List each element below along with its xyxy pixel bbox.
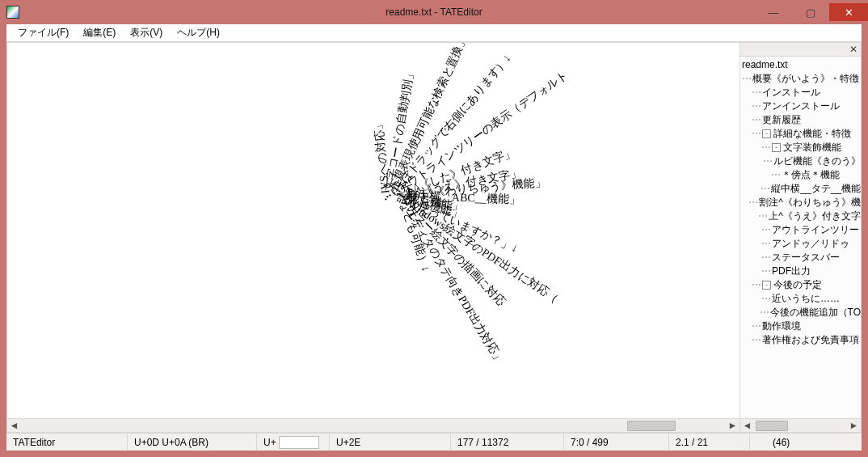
- tree-item[interactable]: ⋯動作環境: [742, 319, 861, 333]
- tree-item-label: PDF出力: [772, 264, 811, 278]
- tree-item[interactable]: ⋯アンインストール: [742, 99, 861, 113]
- tree-item[interactable]: ⋯更新履歴: [742, 113, 861, 127]
- outline-pane: ✕ readme.txt⋯概要《がいよう》・特徴《とく⋯インストール⋯アンインス…: [740, 42, 862, 433]
- statusbar: TATEditor U+0D U+0A (BR) U+ U+2E 177 / 1…: [6, 433, 862, 451]
- tree-item-label: 近いうちに……: [772, 292, 840, 306]
- tree-guide-line: ⋯: [761, 292, 770, 306]
- menu-edit[interactable]: 編集(E): [77, 24, 122, 41]
- tree-guide-line: ⋯: [761, 182, 769, 196]
- tree-item-label: 更新履歴: [762, 113, 801, 127]
- tree-item-label: ステータスバー: [772, 251, 840, 264]
- status-scale: 2.1 / 21: [669, 434, 750, 451]
- tree-collapse-icon[interactable]: -: [762, 129, 771, 138]
- status-right: (46): [750, 434, 862, 451]
- menu-view[interactable]: 表示(V): [124, 24, 169, 41]
- close-button[interactable]: ✕: [829, 3, 868, 21]
- tree-guide-line: ⋯: [752, 127, 761, 141]
- tree-item-label: 概要《がいよう》・特徴《とく: [752, 72, 861, 86]
- scroll-track[interactable]: [21, 420, 726, 432]
- editor-horizontal-scrollbar[interactable]: ◄ ►: [6, 419, 740, 433]
- tree-item[interactable]: readme.txt: [742, 58, 861, 72]
- tree-item-label: 著作権および免責事項: [762, 333, 859, 347]
- outline-close-icon[interactable]: ✕: [849, 44, 857, 55]
- work-area: ・IVSへの対応」・文字コードの自動判別」・正規表現使用可能な検索と置換」（ほぼ…: [6, 42, 862, 451]
- tree-item-label: readme.txt: [742, 58, 788, 72]
- tree-guide-line: ⋯: [752, 333, 761, 347]
- tree-item-label: 今後の予定: [773, 278, 822, 292]
- tree-item-label: ルビ機能《きのう》: [773, 154, 861, 168]
- tree-item[interactable]: ⋯概要《がいよう》・特徴《とく: [742, 72, 861, 86]
- status-char-code: U+2E: [330, 434, 451, 451]
- status-position: 177 / 11372: [451, 434, 564, 451]
- tree-guide-line: ⋯: [761, 223, 770, 237]
- minimize-button[interactable]: —: [755, 3, 792, 21]
- tree-item[interactable]: ⋯-今後の予定: [742, 278, 861, 292]
- tree-guide-line: ⋯: [752, 99, 761, 113]
- status-line: 7:0 / 499: [564, 434, 669, 451]
- tree-item[interactable]: ⋯＊傍点＊機能: [742, 168, 861, 182]
- window-controls: — ▢ ✕: [755, 3, 868, 21]
- titlebar: readme.txt - TATEditor — ▢ ✕: [0, 0, 868, 24]
- scroll-thumb[interactable]: [627, 421, 676, 431]
- tree-item-label: 上^《うえ》付き文字: [769, 209, 861, 223]
- tree-item[interactable]: ⋯著作権および免責事項: [742, 333, 861, 347]
- scroll-right-button[interactable]: ►: [726, 420, 739, 432]
- tree-item[interactable]: ⋯縦中横__タテ__機能: [742, 182, 861, 196]
- tree-guide-line: ⋯: [763, 154, 772, 168]
- tree-guide-line: ⋯: [760, 306, 769, 319]
- outline-tree[interactable]: readme.txt⋯概要《がいよう》・特徴《とく⋯インストール⋯アンインストー…: [740, 57, 861, 418]
- scroll-left-button[interactable]: ◄: [7, 420, 21, 432]
- tree-item-label: 動作環境: [762, 319, 801, 333]
- window-title: readme.txt - TATEditor: [0, 6, 868, 18]
- tree-item-label: 縦中横__タテ__機能: [771, 182, 861, 196]
- inner-window: ファイル(F) 編集(E) 表示(V) ヘルプ(H) ・IVSへの対応」・文字コ…: [6, 24, 862, 451]
- tree-guide-line: ⋯: [748, 196, 757, 209]
- tree-item-label: 文字装飾機能: [783, 141, 841, 154]
- tree-item[interactable]: ⋯アウトラインツリー: [742, 223, 861, 237]
- tree-item[interactable]: ⋯今後の機能追加（TO: [742, 306, 861, 319]
- maximize-button[interactable]: ▢: [792, 3, 829, 21]
- tree-item[interactable]: ⋯インストール: [742, 86, 861, 99]
- scroll-track[interactable]: [754, 420, 847, 432]
- status-code-input[interactable]: [279, 436, 319, 449]
- tree-guide-line: ⋯: [761, 237, 770, 251]
- tree-item[interactable]: ⋯アンドゥ／リドゥ: [742, 237, 861, 251]
- tree-item[interactable]: ⋯割注^《わりちゅう》機: [742, 196, 861, 209]
- tree-item[interactable]: ⋯PDF出力: [742, 264, 861, 278]
- split: ・IVSへの対応」・文字コードの自動判別」・正規表現使用可能な検索と置換」（ほぼ…: [6, 42, 862, 433]
- tree-guide-line: ⋯: [761, 251, 770, 264]
- tree-guide-line: ⋯: [742, 72, 751, 86]
- tree-guide-line: ⋯: [752, 113, 761, 127]
- scroll-thumb[interactable]: [756, 421, 788, 431]
- menubar: ファイル(F) 編集(E) 表示(V) ヘルプ(H): [6, 24, 862, 42]
- tree-item[interactable]: ⋯近いうちに……: [742, 292, 861, 306]
- tree-item[interactable]: ⋯ステータスバー: [742, 251, 861, 264]
- status-code-input-cell: U+: [257, 434, 330, 451]
- scroll-right-button[interactable]: ►: [847, 420, 861, 432]
- tree-item[interactable]: ⋯-詳細な機能・特徴: [742, 127, 861, 141]
- tree-collapse-icon[interactable]: -: [772, 143, 781, 152]
- tree-item[interactable]: ⋯上^《うえ》付き文字: [742, 209, 861, 223]
- status-code-prefix: U+: [263, 437, 276, 448]
- editor-canvas[interactable]: ・IVSへの対応」・文字コードの自動判別」・正規表現使用可能な検索と置換」（ほぼ…: [6, 42, 740, 419]
- tree-item[interactable]: ⋯ルビ機能《きのう》: [742, 154, 861, 168]
- editor-pane: ・IVSへの対応」・文字コードの自動判別」・正規表現使用可能な検索と置換」（ほぼ…: [6, 42, 740, 433]
- tree-guide-line: ⋯: [752, 86, 761, 99]
- tree-item-label: ＊傍点＊機能: [782, 168, 840, 182]
- tree-item-label: 今後の機能追加（TO: [770, 306, 861, 319]
- outline-horizontal-scrollbar[interactable]: ◄ ►: [740, 418, 861, 432]
- scroll-left-button[interactable]: ◄: [740, 420, 754, 432]
- menu-file[interactable]: ファイル(F): [11, 24, 75, 41]
- tree-guide-line: ⋯: [761, 141, 770, 154]
- tree-item-label: アンインストール: [762, 99, 840, 113]
- menu-help[interactable]: ヘルプ(H): [171, 24, 226, 41]
- app-icon: [6, 6, 19, 19]
- tree-guide-line: ⋯: [752, 319, 761, 333]
- tree-item-label: アウトラインツリー: [772, 223, 859, 237]
- tree-guide-line: ⋯: [752, 278, 761, 292]
- tree-item[interactable]: ⋯-文字装飾機能: [742, 141, 861, 154]
- status-char-code-br: U+0D U+0A (BR): [128, 434, 257, 451]
- tree-collapse-icon[interactable]: -: [762, 281, 771, 290]
- tree-item-label: アンドゥ／リドゥ: [772, 237, 849, 251]
- tree-item-label: 詳細な機能・特徴: [773, 127, 851, 141]
